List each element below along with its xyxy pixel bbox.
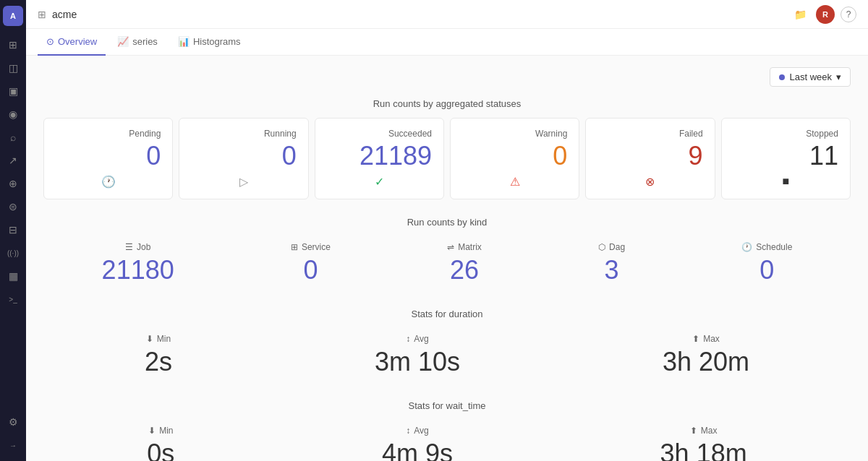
succeeded-value: 21189: [359, 142, 432, 171]
sidebar-item-filter[interactable]: ⊟: [3, 220, 23, 240]
wait-min-value: 0s: [147, 439, 174, 461]
pending-label: Pending: [129, 129, 161, 139]
avg-wait-icon: ↕: [406, 426, 410, 436]
warning-icon: ⚠: [510, 175, 520, 189]
main-area: ⊞ acme 📁 R ? ⊙ Overview 📈 series 📊 Histo…: [26, 0, 868, 461]
tabs-nav: ⊙ Overview 📈 series 📊 Histograms: [26, 29, 868, 56]
status-card-succeeded: Succeeded 21189 ✓: [315, 118, 444, 199]
sidebar-item-layers[interactable]: ◫: [3, 58, 23, 78]
stats-wait-title: Stats for wait_time: [43, 400, 851, 411]
sidebar-item-monitor[interactable]: ▣: [3, 81, 23, 101]
run-counts-kind-section: Run counts by kind ☰ Job 21180 ⊞ Service…: [43, 217, 851, 291]
sidebar-item-grid[interactable]: ⊞: [3, 35, 23, 55]
duration-min-value: 2s: [145, 347, 172, 377]
wait-avg-value: 4m 9s: [382, 439, 453, 461]
stats-wait-items: ⬇ Min 0s ↕ Avg 4m 9s ⬆ Max: [43, 420, 851, 461]
dag-label: Dag: [609, 242, 625, 252]
filter-bar: Last week ▾: [43, 67, 851, 87]
matrix-label: Matrix: [458, 242, 482, 252]
tab-series-label: series: [132, 36, 158, 47]
sidebar: A ⊞ ◫ ▣ ◉ ⌕ ↗ ⊕ ⊜ ⊟ ((·)) ▦ >_ ⚙ →: [0, 0, 26, 461]
error-icon: ⊗: [645, 175, 655, 189]
filter-label: Last week: [789, 72, 832, 82]
warning-value: 0: [553, 142, 567, 171]
dag-value: 3: [605, 255, 619, 285]
kind-item-schedule: 🕐 Schedule 0: [741, 242, 792, 285]
service-icon: ⊞: [291, 242, 298, 252]
tab-histograms[interactable]: 📊 Histograms: [169, 29, 250, 56]
help-button[interactable]: ?: [841, 7, 856, 22]
status-card-running: Running 0 ▷: [179, 118, 308, 199]
matrix-value: 26: [450, 255, 479, 285]
wait-avg-label: Avg: [414, 426, 428, 436]
stats-duration-title: Stats for duration: [43, 309, 851, 319]
status-card-failed: Failed 9 ⊗: [585, 118, 715, 199]
stats-duration-section: Stats for duration ⬇ Min 2s ↕ Avg 3m 10s: [43, 309, 851, 383]
pending-value: 0: [146, 142, 161, 171]
sidebar-item-bar-chart[interactable]: ▦: [3, 266, 23, 286]
avatar: R: [816, 5, 835, 24]
sidebar-item-tag[interactable]: ⊕: [3, 173, 23, 194]
wait-max-value: 3h 18m: [660, 439, 747, 461]
tab-overview-label: Overview: [58, 36, 97, 47]
duration-min: ⬇ Min 2s: [145, 334, 172, 377]
topbar-actions: 📁 R ?: [790, 4, 856, 25]
kind-item-service: ⊞ Service 0: [291, 242, 331, 285]
wait-avg: ↕ Avg 4m 9s: [382, 426, 453, 461]
sidebar-item-settings[interactable]: ⚙: [3, 412, 23, 432]
stats-duration-items: ⬇ Min 2s ↕ Avg 3m 10s ⬆ Max: [43, 328, 851, 383]
histograms-icon: 📊: [178, 36, 190, 47]
stats-wait-section: Stats for wait_time ⬇ Min 0s ↕ Avg 4m 9s: [43, 400, 851, 461]
failed-value: 9: [689, 142, 703, 171]
wait-min: ⬇ Min 0s: [147, 426, 174, 461]
status-card-warning: Warning 0 ⚠: [450, 118, 579, 199]
filter-dot: [779, 74, 785, 80]
tab-histograms-label: Histograms: [193, 36, 241, 47]
stopped-value: 11: [809, 142, 838, 171]
series-icon: 📈: [117, 36, 129, 47]
kind-items-container: ☰ Job 21180 ⊞ Service 0 ⇌ Matrix: [43, 236, 851, 291]
sidebar-item-terminal[interactable]: >_: [3, 289, 23, 309]
warning-label: Warning: [535, 129, 567, 139]
app-logo: A: [3, 6, 23, 26]
duration-max-value: 3h 20m: [663, 347, 749, 377]
duration-avg-label: Avg: [414, 334, 428, 344]
dag-icon: ⬡: [598, 242, 605, 252]
tab-overview[interactable]: ⊙ Overview: [38, 29, 106, 56]
duration-max: ⬆ Max 3h 20m: [663, 334, 749, 377]
sidebar-item-signal[interactable]: ((·)): [3, 243, 23, 263]
running-value: 0: [282, 142, 297, 171]
status-card-pending: Pending 0 🕐: [43, 118, 173, 199]
stopped-label: Stopped: [806, 129, 838, 139]
clock-icon: 🕐: [101, 175, 116, 189]
run-counts-status-section: Run counts by aggregated statuses Pendin…: [43, 98, 851, 199]
sidebar-item-eye[interactable]: ◉: [3, 104, 23, 124]
status-cards-container: Pending 0 🕐 Running 0 ▷ Succeeded 21189 …: [43, 118, 851, 199]
folder-button[interactable]: 📁: [790, 4, 810, 25]
schedule-value: 0: [760, 255, 774, 285]
failed-label: Failed: [679, 129, 703, 139]
min-duration-icon: ⬇: [146, 334, 153, 344]
play-icon: ▷: [239, 175, 248, 189]
status-card-stopped: Stopped 11 ■: [721, 118, 851, 199]
duration-avg-value: 3m 10s: [375, 347, 460, 377]
sidebar-item-search[interactable]: ⌕: [3, 127, 23, 147]
date-filter-dropdown[interactable]: Last week ▾: [770, 67, 851, 87]
chevron-down-icon: ▾: [836, 72, 841, 82]
max-wait-icon: ⬆: [690, 426, 697, 436]
min-wait-icon: ⬇: [148, 426, 156, 436]
sidebar-item-expand[interactable]: →: [3, 435, 23, 455]
topbar: ⊞ acme 📁 R ?: [26, 0, 868, 29]
sidebar-item-device[interactable]: ⊜: [3, 197, 23, 217]
service-label: Service: [302, 242, 331, 252]
succeeded-label: Succeeded: [388, 129, 432, 139]
check-icon: ✓: [375, 175, 384, 189]
schedule-icon: 🕐: [741, 242, 752, 252]
run-counts-status-title: Run counts by aggregated statuses: [43, 98, 851, 109]
duration-max-label: Max: [703, 334, 720, 344]
sidebar-item-chart[interactable]: ↗: [3, 150, 23, 171]
tab-series[interactable]: 📈 series: [109, 29, 166, 56]
content-area: Last week ▾ Run counts by aggregated sta…: [26, 56, 868, 461]
kind-item-matrix: ⇌ Matrix 26: [447, 242, 482, 285]
wait-max-label: Max: [701, 426, 718, 436]
